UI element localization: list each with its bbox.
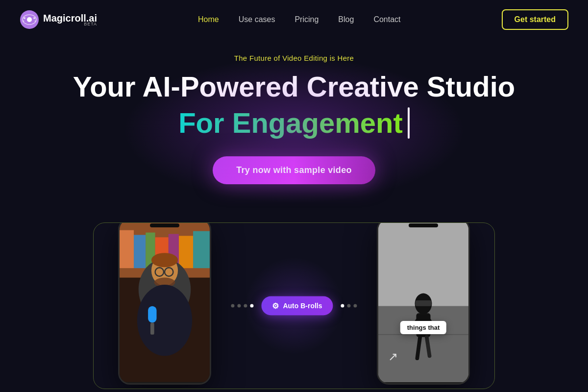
svg-rect-36 bbox=[416, 300, 432, 306]
navigation: Magicroll.ai BETA Home Use cases Pricing… bbox=[0, 0, 588, 39]
nav-item-blog[interactable]: Blog bbox=[338, 15, 354, 24]
svg-point-4 bbox=[33, 17, 35, 19]
nav-item-home[interactable]: Home bbox=[198, 15, 219, 24]
svg-point-23 bbox=[137, 285, 192, 356]
nav-item-use-cases[interactable]: Use cases bbox=[239, 15, 275, 24]
phone-left bbox=[118, 222, 211, 385]
hero-tagline: The Future of Video Editing is Here bbox=[20, 54, 568, 62]
feature-badge-label: Auto B-rolls bbox=[283, 302, 322, 310]
arrow-indicator: ↗ bbox=[388, 350, 398, 364]
phone-right-content: ↗ things that bbox=[378, 222, 468, 383]
svg-rect-9 bbox=[120, 230, 134, 268]
hero-title-line1: Your AI-Powered Creative Studio bbox=[20, 71, 568, 102]
dot-3 bbox=[244, 304, 247, 307]
try-now-button[interactable]: Try now with sample video bbox=[213, 156, 375, 184]
hero-section: The Future of Video Editing is Here Your… bbox=[0, 39, 588, 194]
phones-section: ↗ things that ⚙ Auto B-rolls bbox=[93, 222, 495, 389]
nav-item-pricing[interactable]: Pricing bbox=[294, 15, 318, 24]
svg-rect-24 bbox=[148, 306, 156, 322]
svg-rect-15 bbox=[193, 231, 210, 268]
hero-title-line2: For Engagement bbox=[20, 107, 568, 139]
feature-badge-icon: ⚙ bbox=[272, 301, 279, 310]
feature-center: ⚙ Auto B-rolls bbox=[231, 296, 357, 315]
nav-links: Home Use cases Pricing Blog Contact bbox=[198, 15, 400, 24]
phone-left-content bbox=[120, 222, 210, 383]
dot-2 bbox=[237, 304, 241, 307]
logo[interactable]: Magicroll.ai BETA bbox=[20, 10, 97, 29]
logo-icon bbox=[20, 10, 39, 29]
phone-left-person bbox=[120, 222, 210, 383]
svg-point-5 bbox=[23, 21, 24, 22]
cursor-blink bbox=[408, 107, 410, 139]
svg-point-18 bbox=[151, 253, 178, 267]
svg-point-2 bbox=[27, 17, 32, 22]
phone-right-notch bbox=[409, 223, 438, 227]
svg-point-6 bbox=[35, 21, 36, 22]
get-started-button[interactable]: Get started bbox=[502, 9, 568, 30]
svg-rect-14 bbox=[179, 236, 193, 268]
svg-rect-25 bbox=[150, 322, 154, 334]
dots-left bbox=[231, 304, 253, 307]
dot-5 bbox=[341, 304, 344, 307]
phones-container: ↗ things that ⚙ Auto B-rolls bbox=[93, 222, 495, 389]
hero-subtitle-text: For Engagement bbox=[178, 107, 403, 139]
dot-6 bbox=[347, 304, 351, 307]
dot-4 bbox=[250, 304, 253, 307]
nav-item-contact[interactable]: Contact bbox=[373, 15, 400, 24]
phone-left-notch bbox=[150, 223, 179, 227]
phone-right: ↗ things that bbox=[377, 222, 470, 385]
beta-badge: BETA bbox=[84, 22, 97, 26]
dot-1 bbox=[231, 304, 234, 307]
dots-right bbox=[341, 304, 357, 307]
dot-7 bbox=[354, 304, 357, 307]
feature-badge[interactable]: ⚙ Auto B-rolls bbox=[261, 296, 333, 315]
svg-rect-10 bbox=[134, 235, 146, 268]
caption-badge: things that bbox=[400, 321, 446, 334]
svg-point-3 bbox=[24, 17, 25, 19]
